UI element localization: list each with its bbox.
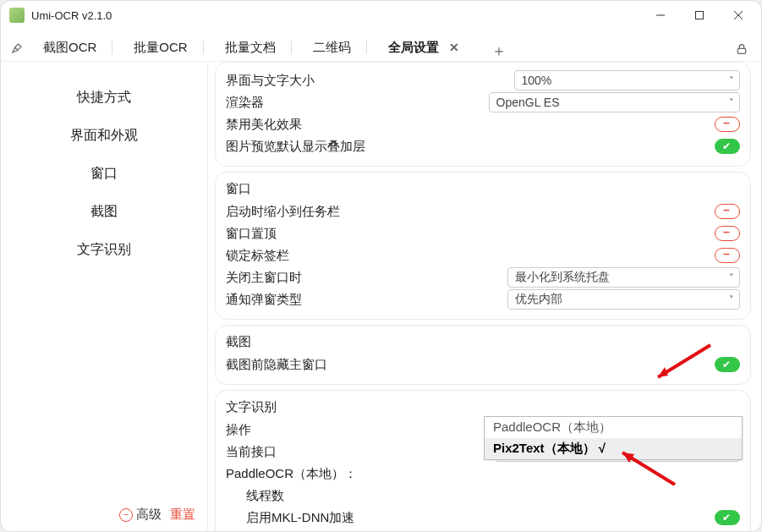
toggle-always-on-top[interactable]: – bbox=[715, 226, 740, 241]
tab-bar: 截图OCR 批量OCR 批量文档 二维码 全局设置✕ ＋ bbox=[1, 30, 761, 62]
chevron-down-icon: ˅ bbox=[729, 97, 734, 108]
toggle-hide-before-shot[interactable]: ✔ bbox=[715, 357, 740, 372]
sidebar-item-screenshot[interactable]: 截图 bbox=[1, 193, 207, 231]
row-on-close: 关闭主窗口时 最小化到系统托盘˅ bbox=[226, 266, 740, 288]
minus-circle-icon: − bbox=[119, 508, 133, 522]
panel-ocr: 文字识别 操作 强制终止任务 应用修改 当前接口 Pix2Text（本地）˅ P… bbox=[215, 390, 751, 531]
titlebar: Umi-OCR v2.1.0 bbox=[1, 1, 761, 30]
panel-window: 窗口 启动时缩小到任务栏 – 窗口置顶 – 锁定标签栏 – 关闭主窗口时 最小化… bbox=[215, 172, 751, 320]
row-threads: 线程数 bbox=[226, 485, 740, 507]
select-renderer[interactable]: OpenGL ES˅ bbox=[489, 92, 741, 112]
tab-label: 批量OCR bbox=[134, 40, 187, 56]
svg-rect-1 bbox=[696, 12, 704, 19]
chevron-down-icon: ˅ bbox=[729, 75, 734, 86]
app-title: Umi-OCR v2.1.0 bbox=[31, 9, 112, 22]
panel-appearance-partial: 界面与文字大小 100%˅ 渲染器 OpenGL ES˅ 禁用美化效果 – 图片… bbox=[215, 62, 751, 167]
toggle-lock-tabbar[interactable]: – bbox=[715, 248, 740, 263]
row-hide-before-shot: 截图前隐藏主窗口 ✔ bbox=[226, 354, 740, 376]
tab-close-icon[interactable]: ✕ bbox=[449, 41, 459, 54]
select-font-size[interactable]: 100%˅ bbox=[514, 70, 741, 90]
toggle-start-minimized[interactable]: – bbox=[715, 204, 740, 219]
sidebar-item-appearance[interactable]: 界面和外观 bbox=[1, 117, 207, 155]
row-ui-font-size: 界面与文字大小 100%˅ bbox=[226, 69, 740, 91]
row-paddle-header: PaddleOCR（本地）： bbox=[226, 463, 740, 485]
section-header-screenshot: 截图 bbox=[226, 332, 740, 354]
minimize-button[interactable] bbox=[641, 3, 680, 28]
settings-sidebar: 快捷方式 界面和外观 窗口 截图 文字识别 − 高级 重置 bbox=[1, 62, 208, 531]
sidebar-item-label: 文字识别 bbox=[77, 242, 131, 256]
dropdown-option-paddle[interactable]: PaddleOCR（本地） bbox=[485, 417, 742, 438]
api-dropdown[interactable]: PaddleOCR（本地） Pix2Text（本地） √ bbox=[484, 416, 743, 460]
content-area: 快捷方式 界面和外观 窗口 截图 文字识别 − 高级 重置 界面与文字大小 10… bbox=[1, 62, 761, 531]
tab-label: 全局设置 bbox=[388, 40, 439, 56]
tab-global-settings[interactable]: 全局设置✕ bbox=[378, 34, 469, 61]
tab-label: 二维码 bbox=[313, 40, 351, 56]
section-header-window: 窗口 bbox=[226, 179, 740, 200]
row-p2t-header: Pix2Text（本地）： bbox=[226, 529, 740, 531]
chevron-down-icon: ˅ bbox=[729, 294, 734, 305]
sidebar-item-label: 窗口 bbox=[90, 166, 118, 180]
row-notify-type: 通知弹窗类型 优先内部˅ bbox=[226, 288, 740, 310]
chevron-down-icon: ˅ bbox=[729, 272, 734, 283]
panel-screenshot: 截图 截图前隐藏主窗口 ✔ bbox=[215, 325, 751, 385]
tab-screenshot-ocr[interactable]: 截图OCR bbox=[33, 34, 107, 61]
reset-button[interactable]: 重置 bbox=[170, 507, 195, 523]
row-renderer: 渲染器 OpenGL ES˅ bbox=[226, 91, 740, 113]
settings-main: 界面与文字大小 100%˅ 渲染器 OpenGL ES˅ 禁用美化效果 – 图片… bbox=[208, 62, 761, 531]
row-mkl-dnn: 启用MKL-DNN加速 ✔ bbox=[226, 507, 740, 529]
app-icon bbox=[9, 8, 25, 23]
sidebar-item-label: 界面和外观 bbox=[70, 128, 138, 142]
row-always-on-top: 窗口置顶 – bbox=[226, 222, 740, 244]
sidebar-item-shortcut[interactable]: 快捷方式 bbox=[1, 79, 207, 117]
advanced-toggle[interactable]: − 高级 bbox=[119, 507, 162, 523]
pin-icon[interactable] bbox=[8, 41, 28, 54]
row-start-minimized: 启动时缩小到任务栏 – bbox=[226, 200, 740, 222]
svg-rect-4 bbox=[737, 48, 745, 53]
row-disable-beauty: 禁用美化效果 – bbox=[226, 113, 740, 135]
advanced-label: 高级 bbox=[136, 507, 162, 523]
maximize-button[interactable] bbox=[680, 3, 719, 28]
select-on-close[interactable]: 最小化到系统托盘˅ bbox=[507, 267, 740, 288]
close-button[interactable] bbox=[719, 3, 758, 28]
toggle-mkl-dnn[interactable]: ✔ bbox=[715, 510, 740, 525]
row-lock-tabbar: 锁定标签栏 – bbox=[226, 244, 740, 266]
select-notify-type[interactable]: 优先内部˅ bbox=[507, 289, 740, 310]
lock-icon[interactable] bbox=[729, 42, 754, 56]
tab-batch-doc[interactable]: 批量文档 bbox=[215, 34, 286, 61]
sidebar-item-window[interactable]: 窗口 bbox=[1, 155, 207, 193]
toggle-preview-overlay[interactable]: ✔ bbox=[715, 139, 740, 154]
tab-batch-ocr[interactable]: 批量OCR bbox=[123, 34, 197, 61]
sidebar-bottom-row: − 高级 重置 bbox=[1, 498, 207, 531]
dropdown-option-pix2text[interactable]: Pix2Text（本地） √ bbox=[485, 438, 742, 459]
tab-label: 批量文档 bbox=[225, 40, 276, 56]
sidebar-item-label: 截图 bbox=[90, 204, 118, 218]
add-tab-button[interactable]: ＋ bbox=[486, 41, 512, 61]
sidebar-item-ocr[interactable]: 文字识别 bbox=[1, 231, 207, 269]
toggle-disable-beauty[interactable]: – bbox=[715, 117, 740, 132]
sidebar-item-label: 快捷方式 bbox=[77, 90, 131, 104]
tab-label: 截图OCR bbox=[43, 40, 96, 56]
tab-qrcode[interactable]: 二维码 bbox=[303, 34, 361, 61]
row-preview-overlay: 图片预览默认显示叠加层 ✔ bbox=[226, 135, 740, 157]
